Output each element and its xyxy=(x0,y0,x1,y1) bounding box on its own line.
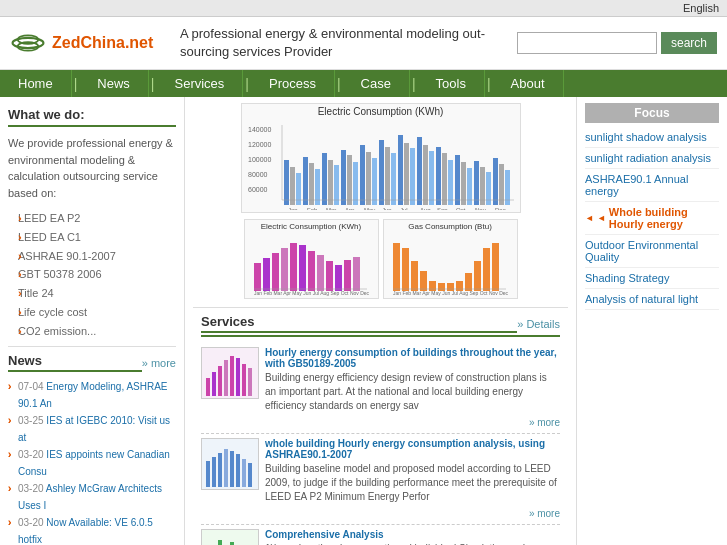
svg-rect-81 xyxy=(474,261,481,291)
svg-rect-19 xyxy=(353,162,358,205)
nav-sep-2: | xyxy=(149,76,157,92)
what-we-do-desc: We provide professional energy & environ… xyxy=(8,135,176,201)
header: ZedChina.net A professional energy & env… xyxy=(0,17,727,70)
small-charts-row: Electric Consumption (KWh) xyxy=(193,219,568,299)
focus-item-4[interactable]: Outdoor Environmental Quality xyxy=(585,235,719,268)
language-link[interactable]: English xyxy=(683,2,719,14)
svg-rect-32 xyxy=(436,147,441,205)
logo-icon xyxy=(10,31,46,55)
focus-item-2[interactable]: ASHRAE90.1 Annual energy xyxy=(585,169,719,202)
tagline: A professional energy & environmental mo… xyxy=(170,25,517,61)
service-thumb-1 xyxy=(201,347,259,399)
svg-rect-92 xyxy=(236,358,240,396)
list-item: CO2 emission... xyxy=(18,322,176,341)
focus-item-0[interactable]: sunlight shadow analysis xyxy=(585,127,719,148)
center-area: Electric Consumption (KWh) 140000 120000… xyxy=(185,97,577,545)
nav-sep-1: | xyxy=(72,76,80,92)
list-item: GBT 50378 2006 xyxy=(18,265,176,284)
svg-text:Dec: Dec xyxy=(495,207,506,210)
svg-rect-99 xyxy=(224,449,228,487)
search-input[interactable] xyxy=(517,32,657,54)
svg-text:May: May xyxy=(364,207,375,210)
top-bar: English xyxy=(0,0,727,17)
svg-rect-14 xyxy=(322,153,327,205)
logo-text[interactable]: ZedChina.net xyxy=(52,34,153,52)
chart-main-title: Electric Consumption (KWh) xyxy=(318,106,444,117)
svg-rect-18 xyxy=(347,155,352,205)
svg-rect-75 xyxy=(420,271,427,291)
service-item-1: Hourly energy consumption of buildings t… xyxy=(201,343,560,434)
left-sidebar: What we do: We provide professional ener… xyxy=(0,97,185,545)
nav-case[interactable]: Case xyxy=(343,70,410,97)
service-more-2: » more xyxy=(265,506,560,520)
nav-home[interactable]: Home xyxy=(0,70,72,97)
service-more-2-link[interactable]: » more xyxy=(529,508,560,519)
news-item: › 03-20 IES appoints new Canadian Consu xyxy=(8,446,176,480)
small-chart-electric: Electric Consumption (KWh) xyxy=(244,219,379,299)
svg-rect-59 xyxy=(263,258,270,291)
svg-text:Jan Feb Mar Apr May Jun Jul Au: Jan Feb Mar Apr May Jun Jul Aug Sep Oct … xyxy=(393,290,509,296)
list-item: LEED EA C1 xyxy=(18,228,176,247)
small-chart-1-svg: Jan Feb Mar Apr May Jun Jul Aug Sep Oct … xyxy=(249,231,374,296)
active-indicator-icon: ◄ xyxy=(597,213,606,223)
svg-text:Nov: Nov xyxy=(475,207,486,210)
svg-rect-34 xyxy=(448,160,453,205)
service-content-3: Comprehensive Analysis 1)based on the ab… xyxy=(265,529,560,545)
news-item: › 03-20 Now Available: VE 6.0.5 hotfix xyxy=(8,514,176,545)
svg-rect-64 xyxy=(308,251,315,291)
main-chart-svg: 140000 120000 100000 80000 60000 xyxy=(246,120,516,210)
nav-sep-3: | xyxy=(243,76,251,92)
svg-text:Aug: Aug xyxy=(420,207,431,210)
service-more-1-link[interactable]: » more xyxy=(529,417,560,428)
service-desc-2: Building baseline model and proposed mod… xyxy=(265,462,560,504)
svg-rect-42 xyxy=(499,164,504,205)
list-item: ASHRAE 90.1-2007 xyxy=(18,247,176,266)
svg-rect-83 xyxy=(492,243,499,291)
svg-rect-29 xyxy=(417,137,422,205)
svg-rect-73 xyxy=(402,248,409,291)
small-chart-gas: Gas Consumption (Btu) xyxy=(383,219,518,299)
small-chart-2-svg: Jan Feb Mar Apr May Jun Jul Aug Sep Oct … xyxy=(388,231,513,296)
svg-rect-22 xyxy=(372,158,377,205)
news-item: › 03-20 Ashley McGraw Architects Uses I xyxy=(8,480,176,514)
nav-tools[interactable]: Tools xyxy=(418,70,485,97)
services-header: Services » Details xyxy=(201,314,560,337)
news-item: › 07-04 Energy Modeling, ASHRAE 90.1 An xyxy=(8,378,176,412)
svg-rect-15 xyxy=(328,160,333,205)
focus-item-5[interactable]: Shading Strategy xyxy=(585,268,719,289)
svg-rect-89 xyxy=(218,366,222,396)
svg-text:Jan: Jan xyxy=(288,207,298,210)
nav-services[interactable]: Services xyxy=(156,70,243,97)
svg-rect-91 xyxy=(230,356,234,396)
nav-about[interactable]: About xyxy=(493,70,564,97)
service-title-2[interactable]: whole building Hourly energy consumption… xyxy=(265,438,560,460)
nav-process[interactable]: Process xyxy=(251,70,335,97)
focus-item-1[interactable]: sunlight radiation analysis xyxy=(585,148,719,169)
focus-item-3[interactable]: ◄ Whole building Hourly energy xyxy=(585,202,719,235)
small-chart-1-title: Electric Consumption (KWh) xyxy=(247,222,376,231)
chart-area: Electric Consumption (KWh) 140000 120000… xyxy=(193,103,568,299)
svg-rect-12 xyxy=(309,163,314,205)
service-title-1[interactable]: Hourly energy consumption of buildings t… xyxy=(265,347,560,369)
svg-rect-98 xyxy=(218,453,222,487)
svg-rect-20 xyxy=(360,145,365,205)
news-more-link[interactable]: » more xyxy=(142,357,176,369)
svg-text:140000: 140000 xyxy=(248,126,271,133)
svg-rect-33 xyxy=(442,153,447,205)
search-button[interactable]: search xyxy=(661,32,717,54)
services-details-link[interactable]: » Details xyxy=(517,318,560,330)
what-we-do-title: What we do: xyxy=(8,107,176,127)
svg-rect-36 xyxy=(461,162,466,205)
focus-item-6[interactable]: Analysis of natural light xyxy=(585,289,719,310)
svg-rect-66 xyxy=(326,261,333,291)
search-area: search xyxy=(517,32,717,54)
svg-rect-88 xyxy=(212,372,216,396)
svg-rect-17 xyxy=(341,150,346,205)
service-thumb-1-svg xyxy=(202,348,258,398)
service-title-3[interactable]: Comprehensive Analysis xyxy=(265,529,560,540)
services-section: Services » Details xyxy=(193,307,568,545)
nav-sep-6: | xyxy=(485,76,493,92)
svg-rect-35 xyxy=(455,155,460,205)
focus-title: Focus xyxy=(585,103,719,123)
nav-news[interactable]: News xyxy=(79,70,149,97)
